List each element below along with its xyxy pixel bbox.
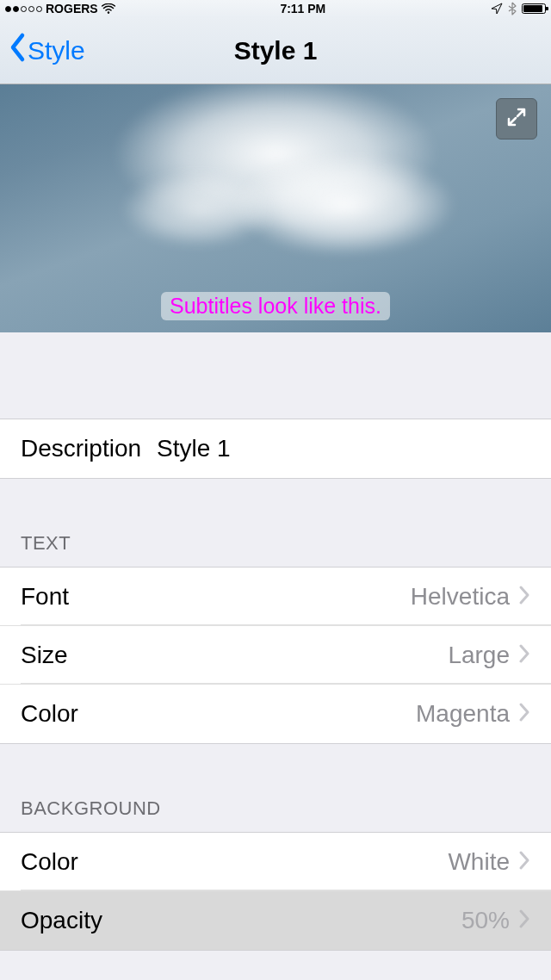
expand-icon — [505, 106, 528, 132]
size-value: Large — [448, 642, 510, 669]
section-header-text: TEXT — [0, 532, 551, 567]
bg-color-value: White — [448, 848, 510, 876]
status-time: 7:11 PM — [280, 2, 325, 16]
section-header-background: BACKGROUND — [0, 797, 551, 832]
font-value: Helvetica — [411, 583, 510, 611]
subtitle-preview: Subtitles look like this. — [0, 84, 551, 332]
text-group: Font Helvetica Size Large Color Magenta — [0, 568, 551, 743]
carrier-label: ROGERS — [46, 2, 98, 16]
bg-opacity-label: Opacity — [21, 907, 102, 934]
text-color-label: Color — [21, 700, 78, 728]
chevron-left-icon — [9, 32, 28, 69]
description-label: Description — [21, 435, 141, 462]
back-button[interactable]: Style — [9, 32, 85, 69]
size-row[interactable]: Size Large — [0, 626, 551, 685]
description-group: Description Style 1 — [0, 419, 551, 478]
page-title: Style 1 — [234, 36, 318, 65]
back-label: Style — [28, 36, 85, 65]
status-left: ROGERS — [5, 2, 115, 16]
status-right — [491, 2, 546, 16]
wifi-icon — [102, 3, 115, 14]
bg-color-label: Color — [21, 848, 78, 876]
size-label: Size — [21, 642, 67, 669]
battery-icon — [522, 3, 546, 14]
description-row[interactable]: Description Style 1 — [0, 419, 551, 478]
font-label: Font — [21, 583, 69, 611]
chevron-right-icon — [518, 850, 530, 874]
chevron-right-icon — [518, 585, 530, 609]
background-group: Color White Opacity 50% — [0, 833, 551, 950]
bluetooth-icon — [508, 2, 517, 16]
bg-color-row[interactable]: Color White — [0, 833, 551, 891]
chevron-right-icon — [518, 702, 530, 726]
subtitle-sample: Subtitles look like this. — [161, 292, 390, 320]
nav-bar: Style Style 1 — [0, 17, 551, 84]
location-icon — [491, 3, 503, 15]
font-row[interactable]: Font Helvetica — [0, 568, 551, 626]
chevron-right-icon — [518, 643, 530, 667]
signal-dots-icon — [5, 6, 42, 12]
status-bar: ROGERS 7:11 PM — [0, 0, 551, 17]
bg-opacity-row[interactable]: Opacity 50% — [0, 891, 551, 950]
description-value: Style 1 — [157, 435, 231, 462]
text-color-value: Magenta — [416, 700, 510, 728]
expand-button[interactable] — [496, 98, 537, 140]
svg-point-0 — [107, 11, 108, 13]
cloud-decoration — [121, 171, 276, 248]
chevron-right-icon — [518, 909, 530, 933]
spacer — [0, 332, 551, 419]
text-color-row[interactable]: Color Magenta — [0, 685, 551, 743]
bg-opacity-value: 50% — [461, 907, 510, 934]
